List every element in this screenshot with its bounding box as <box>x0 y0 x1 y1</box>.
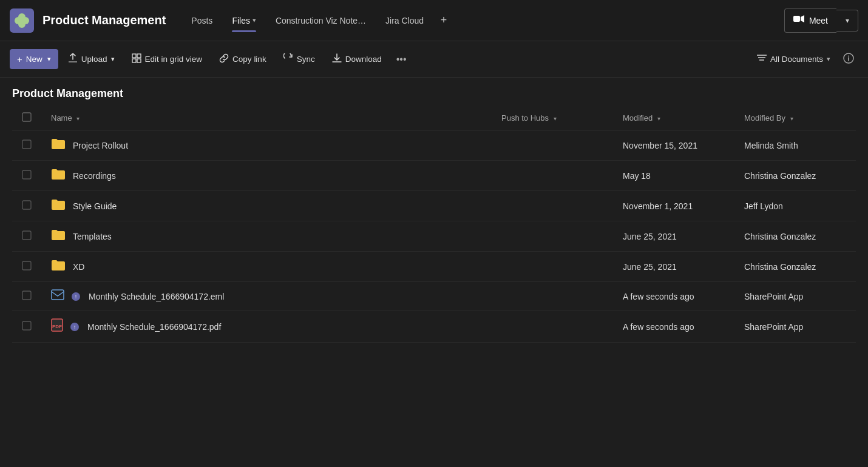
svg-text:PDF: PDF <box>52 324 62 329</box>
row-modified-cell: May 18 <box>613 161 734 191</box>
all-documents-button[interactable]: All Documents ▾ <box>751 50 836 68</box>
row-checkbox-cell[interactable] <box>12 252 41 282</box>
more-button[interactable]: ••• <box>392 52 412 67</box>
copy-link-button[interactable]: Copy link <box>212 49 274 70</box>
push-sort-icon: ▾ <box>554 115 557 122</box>
video-icon <box>793 15 804 25</box>
modified-sort-icon: ▾ <box>657 115 660 122</box>
table-row: Templates June 25, 2021 Christina Gonzal… <box>12 221 856 252</box>
folder-icon <box>51 138 66 153</box>
tab-files[interactable]: Files ▾ <box>223 11 265 30</box>
meet-dropdown-button[interactable]: ▾ <box>836 10 858 32</box>
row-checkbox-cell[interactable] <box>12 191 41 221</box>
svg-rect-19 <box>22 140 31 149</box>
sync-button[interactable]: Sync <box>276 49 322 70</box>
grid-view-button[interactable]: Edit in grid view <box>124 49 210 70</box>
col-header-push[interactable]: Push to Hubs ▾ <box>492 106 613 130</box>
row-push-cell <box>492 311 613 343</box>
filter-icon <box>757 54 767 64</box>
nav-tabs: Posts Files ▾ Construction Viz Note… Jir… <box>183 11 784 30</box>
files-dropdown-icon[interactable]: ▾ <box>253 16 256 24</box>
svg-marker-7 <box>801 15 804 22</box>
email-file-icon <box>51 289 64 303</box>
row-push-cell <box>492 252 613 282</box>
row-checkbox-cell[interactable] <box>12 282 41 311</box>
row-checkbox-cell[interactable] <box>12 221 41 252</box>
svg-rect-21 <box>22 201 31 209</box>
new-button[interactable]: + New ▾ <box>10 49 58 69</box>
all-docs-dropdown-icon[interactable]: ▾ <box>827 55 830 63</box>
file-name[interactable]: Monthly Schedule_1666904172.pdf <box>87 322 221 332</box>
row-modifiedby-cell: SharePoint App <box>734 311 856 343</box>
info-button[interactable] <box>839 50 858 69</box>
row-checkbox-cell[interactable] <box>12 311 41 343</box>
file-name[interactable]: XD <box>73 262 84 272</box>
file-table-container: Name ▾ Push to Hubs ▾ Modified ▾ Modifie… <box>0 106 868 343</box>
svg-rect-25 <box>52 290 64 300</box>
file-name[interactable]: Style Guide <box>73 201 117 211</box>
svg-rect-6 <box>793 16 800 22</box>
svg-rect-23 <box>22 261 31 270</box>
folder-icon <box>51 198 66 213</box>
row-name-cell: Style Guide <box>41 191 492 221</box>
row-modifiedby-cell: Christina Gonzalez <box>734 221 856 252</box>
row-checkbox-cell[interactable] <box>12 161 41 191</box>
row-checkbox-cell[interactable] <box>12 130 41 161</box>
new-plus-icon: + <box>17 54 22 64</box>
col-header-name[interactable]: Name ▾ <box>41 106 492 130</box>
table-row: PDF ↑ Monthly Schedule_1666904172.pdf A … <box>12 311 856 343</box>
svg-rect-18 <box>22 113 31 121</box>
svg-rect-20 <box>22 170 31 179</box>
add-tab-button[interactable]: + <box>435 12 453 30</box>
toolbar: + New ▾ Upload ▾ Edit in grid view <box>0 41 868 78</box>
col-header-modified[interactable]: Modified ▾ <box>613 106 734 130</box>
pdf-file-icon: PDF <box>51 318 63 335</box>
row-modified-cell: November 15, 2021 <box>613 130 734 161</box>
tab-construction[interactable]: Construction Viz Note… <box>267 11 375 30</box>
upload-badge: ↑ <box>72 292 80 301</box>
info-icon <box>843 53 854 66</box>
table-row: Project Rollout November 15, 2021 Melind… <box>12 130 856 161</box>
meet-chevron-icon: ▾ <box>846 16 849 25</box>
row-modifiedby-cell: Christina Gonzalez <box>734 252 856 282</box>
row-modified-cell: June 25, 2021 <box>613 221 734 252</box>
row-modified-cell: June 25, 2021 <box>613 252 734 282</box>
link-icon <box>219 53 229 65</box>
col-header-checkbox[interactable] <box>12 106 41 130</box>
svg-rect-22 <box>22 231 31 240</box>
svg-rect-8 <box>132 54 136 58</box>
folder-icon <box>51 229 66 244</box>
folder-icon <box>51 259 66 274</box>
svg-rect-11 <box>137 59 141 62</box>
meet-button[interactable]: Meet <box>784 8 836 33</box>
table-row: XD June 25, 2021 Christina Gonzalez <box>12 252 856 282</box>
file-name[interactable]: Monthly Schedule_1666904172.eml <box>89 292 224 301</box>
svg-rect-9 <box>137 54 141 58</box>
col-header-modifiedby[interactable]: Modified By ▾ <box>734 106 856 130</box>
tab-jira[interactable]: Jira Cloud <box>377 11 432 30</box>
file-name[interactable]: Project Rollout <box>73 141 128 150</box>
row-push-cell <box>492 221 613 252</box>
row-modified-cell: A few seconds ago <box>613 311 734 343</box>
upload-button[interactable]: Upload ▾ <box>61 49 122 70</box>
file-name[interactable]: Templates <box>73 232 112 241</box>
grid-icon <box>132 53 141 65</box>
tab-posts[interactable]: Posts <box>183 11 221 30</box>
row-modified-cell: A few seconds ago <box>613 282 734 311</box>
row-modifiedby-cell: Christina Gonzalez <box>734 161 856 191</box>
new-dropdown-icon[interactable]: ▾ <box>47 55 51 63</box>
table-header-row: Name ▾ Push to Hubs ▾ Modified ▾ Modifie… <box>12 106 856 130</box>
svg-rect-26 <box>22 321 31 330</box>
upload-dropdown-icon[interactable]: ▾ <box>111 55 115 63</box>
modifiedby-sort-icon: ▾ <box>790 115 793 122</box>
file-table-body: Project Rollout November 15, 2021 Melind… <box>12 130 856 343</box>
row-name-cell: XD <box>41 252 492 282</box>
download-button[interactable]: Download <box>325 49 389 70</box>
upload-badge: ↑ <box>70 323 79 331</box>
table-row: Recordings May 18 Christina Gonzalez <box>12 161 856 191</box>
row-name-cell: Templates <box>41 221 492 252</box>
row-modifiedby-cell: SharePoint App <box>734 282 856 311</box>
svg-rect-10 <box>132 59 136 62</box>
file-name[interactable]: Recordings <box>73 171 116 181</box>
file-table: Name ▾ Push to Hubs ▾ Modified ▾ Modifie… <box>12 106 856 343</box>
